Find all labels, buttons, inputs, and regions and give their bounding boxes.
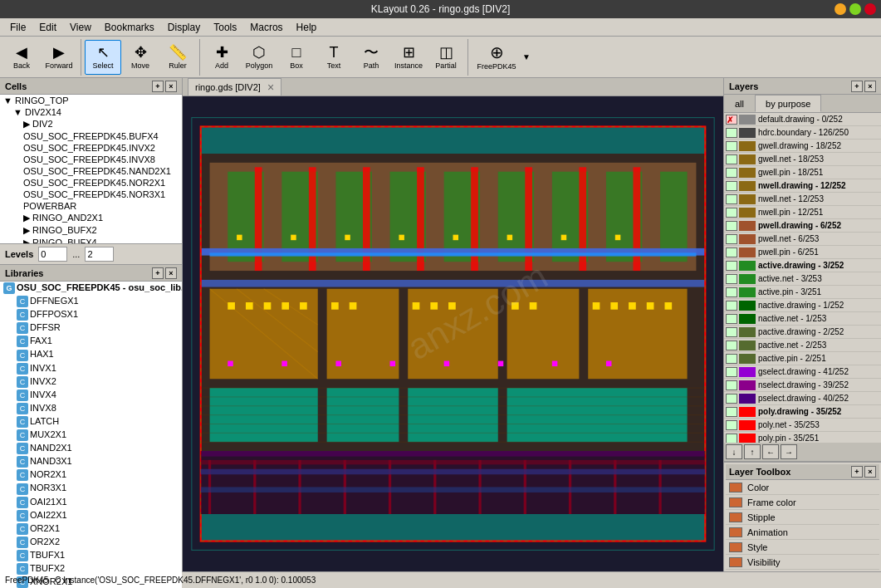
- toolbox-item[interactable]: Style: [726, 540, 879, 555]
- layer-row[interactable]: nwell.net - 12/253: [724, 193, 881, 206]
- layer-row[interactable]: poly.drawing - 35/252: [724, 405, 881, 419]
- layer-row[interactable]: active.drawing - 3/252: [724, 259, 881, 272]
- toolbox-item[interactable]: Animation: [726, 525, 879, 540]
- freepdk45-button[interactable]: ⊕ FreePDK45: [472, 40, 521, 75]
- lib-tree-item[interactable]: CHAX1: [0, 348, 182, 361]
- back-button[interactable]: ◀ Back: [3, 40, 40, 75]
- layers-left-btn[interactable]: ←: [762, 444, 779, 459]
- menu-file[interactable]: File: [3, 20, 32, 35]
- layer-row[interactable]: gwell.drawing - 18/252: [724, 140, 881, 153]
- layer-visibility-toggle[interactable]: [726, 341, 737, 350]
- layer-row[interactable]: pwell.net - 6/253: [724, 233, 881, 246]
- canvas-tab-close[interactable]: ×: [267, 81, 274, 94]
- canvas[interactable]: anxz.com: [183, 96, 723, 571]
- tab-by-purpose[interactable]: by purpose: [755, 95, 821, 112]
- lib-tree-item[interactable]: CDFFSR: [0, 321, 182, 335]
- polygon-button[interactable]: ⬡ Polygon: [241, 40, 277, 75]
- layers-up-btn[interactable]: ↑: [744, 444, 761, 459]
- layer-row[interactable]: active.net - 3/253: [724, 272, 881, 286]
- layer-visibility-toggle[interactable]: ✗: [726, 115, 737, 125]
- lib-header-item[interactable]: GOSU_SOC_FREEPDK45 - osu_soc_lib.gds: [0, 282, 182, 295]
- layer-visibility-toggle[interactable]: [726, 274, 737, 284]
- layer-visibility-toggle[interactable]: [726, 301, 737, 311]
- toolbox-item[interactable]: Frame color: [726, 495, 879, 510]
- toolbox-item[interactable]: Color: [726, 480, 879, 495]
- layer-visibility-toggle[interactable]: [726, 168, 737, 178]
- layers-down-btn[interactable]: ↓: [726, 444, 742, 459]
- layer-row[interactable]: pactive.net - 2/253: [724, 339, 881, 352]
- maximize-button[interactable]: [849, 3, 861, 15]
- levels-from-input[interactable]: [38, 247, 67, 262]
- layer-row[interactable]: pactive.drawing - 2/252: [724, 326, 881, 339]
- lib-tree-item[interactable]: COAI21X1: [0, 496, 182, 509]
- cells-close-btn[interactable]: ×: [165, 81, 177, 92]
- menu-edit[interactable]: Edit: [32, 20, 63, 35]
- layer-visibility-toggle[interactable]: [726, 420, 737, 430]
- layer-row[interactable]: pwell.pin - 6/251: [724, 246, 881, 259]
- layer-visibility-toggle[interactable]: [726, 247, 737, 257]
- lib-tree-item[interactable]: CNOR3X1: [0, 482, 182, 495]
- layer-row[interactable]: ✗default.drawing - 0/252: [724, 113, 881, 126]
- lib-tree-item[interactable]: CDFFPOSX1: [0, 308, 182, 321]
- lib-tree-item[interactable]: CNOR2X1: [0, 468, 182, 482]
- libraries-expand-btn[interactable]: +: [152, 267, 164, 279]
- menu-display[interactable]: Display: [161, 20, 207, 35]
- layer-visibility-toggle[interactable]: [726, 181, 737, 191]
- lib-tree-item[interactable]: CNAND2X1: [0, 442, 182, 455]
- layer-visibility-toggle[interactable]: [726, 394, 737, 404]
- layer-row[interactable]: nactive.net - 1/253: [724, 312, 881, 326]
- layer-visibility-toggle[interactable]: [726, 367, 737, 377]
- cells-tree-item[interactable]: OSU_SOC_FREEPDK45.INVX8: [0, 154, 182, 165]
- ruler-button[interactable]: 📏 Ruler: [159, 40, 196, 75]
- text-button[interactable]: T Text: [316, 40, 352, 75]
- lib-tree-item[interactable]: COAI22X1: [0, 509, 182, 522]
- cells-tree-item[interactable]: OSU_SOC_FREEPDK45.NAND2X1: [0, 165, 182, 177]
- layer-row[interactable]: nwell.pin - 12/251: [724, 206, 881, 219]
- lib-tree-item[interactable]: CINVX2: [0, 375, 182, 389]
- layer-visibility-toggle[interactable]: [726, 128, 737, 138]
- toolbox-expand-btn[interactable]: +: [851, 466, 863, 478]
- layer-row[interactable]: gwell.net - 18/253: [724, 153, 881, 166]
- layer-row[interactable]: pactive.pin - 2/251: [724, 352, 881, 365]
- menu-view[interactable]: View: [63, 20, 98, 35]
- lib-tree-item[interactable]: CINVX4: [0, 389, 182, 402]
- layer-row[interactable]: hdrc.boundary - 126/250: [724, 126, 881, 140]
- toolbox-item[interactable]: Visibility: [726, 555, 879, 570]
- layer-visibility-toggle[interactable]: [726, 327, 737, 337]
- lib-tree-item[interactable]: CDFFNEGX1: [0, 295, 182, 308]
- layers-right-btn[interactable]: →: [781, 444, 797, 459]
- layer-visibility-toggle[interactable]: [726, 380, 737, 390]
- layer-row[interactable]: pselect.drawing - 40/252: [724, 392, 881, 405]
- toolbox-item[interactable]: Stipple: [726, 510, 879, 525]
- menu-tools[interactable]: Tools: [207, 20, 243, 35]
- cells-tree-item[interactable]: OSU_SOC_FREEPDK45.INVX2: [0, 142, 182, 154]
- cells-tree-item[interactable]: OSU_SOC_FREEPDK45.NOR3X1: [0, 189, 182, 200]
- close-button[interactable]: [864, 3, 876, 15]
- layers-expand-btn[interactable]: +: [851, 81, 863, 92]
- layer-row[interactable]: gwell.pin - 18/251: [724, 166, 881, 179]
- lib-tree-item[interactable]: CTBUFX2: [0, 562, 182, 576]
- instance-button[interactable]: ⊞ Instance: [390, 40, 427, 75]
- cells-tree-item[interactable]: OSU_SOC_FREEPDK45.NOR2X1: [0, 177, 182, 189]
- add-button[interactable]: ✚ Add: [203, 40, 240, 75]
- canvas-tab-item[interactable]: ringo.gds [DIV2] ×: [188, 78, 281, 96]
- cells-tree-item[interactable]: ▼ RINGO_TOP: [0, 95, 182, 106]
- layer-visibility-toggle[interactable]: [726, 407, 737, 417]
- layer-row[interactable]: poly.pin - 35/251: [724, 432, 881, 443]
- cells-tree-item[interactable]: ▶ DIV2: [0, 118, 182, 130]
- freepdk45-dropdown-icon[interactable]: ▼: [522, 52, 531, 61]
- layer-row[interactable]: gselect.drawing - 41/252: [724, 365, 881, 379]
- cells-tree-item[interactable]: OSU_SOC_FREEPDK45.BUFX4: [0, 130, 182, 142]
- lib-tree-item[interactable]: CTBUFX1: [0, 549, 182, 562]
- cells-tree-item[interactable]: ▶ RINGO_BUFX4: [0, 237, 182, 243]
- cells-tree-item[interactable]: ▶ RINGO_AND2X1: [0, 212, 182, 224]
- minimize-button[interactable]: [835, 3, 846, 15]
- layer-visibility-toggle[interactable]: [726, 194, 737, 204]
- lib-tree-item[interactable]: COR2X1: [0, 522, 182, 536]
- cells-tree-item[interactable]: ▶ RINGO_BUFX2: [0, 224, 182, 237]
- layer-visibility-toggle[interactable]: [726, 287, 737, 297]
- forward-button[interactable]: ▶ Forward: [41, 40, 77, 75]
- box-button[interactable]: □ Box: [278, 40, 315, 75]
- layer-visibility-toggle[interactable]: [726, 208, 737, 218]
- layer-row[interactable]: nselect.drawing - 39/252: [724, 379, 881, 392]
